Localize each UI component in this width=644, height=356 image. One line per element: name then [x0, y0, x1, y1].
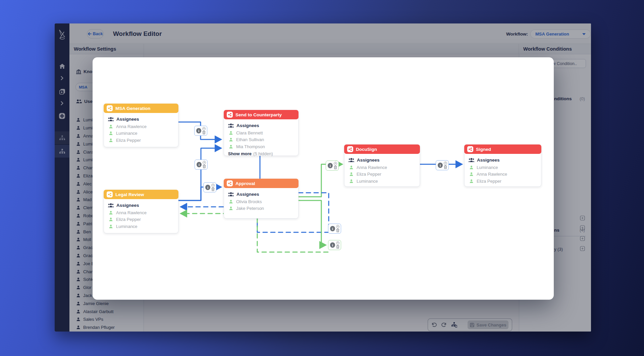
node-header[interactable]: DocuSign [344, 144, 420, 154]
node-signed[interactable]: SignedAssigneesLuminanceAnna RawlenceEli… [464, 144, 541, 187]
person-icon [469, 172, 474, 176]
assignee-row: Luminance [469, 164, 537, 171]
connection-add-button[interactable]: + [444, 162, 447, 165]
person-icon [349, 179, 354, 183]
assignee-row: Luminance [348, 178, 416, 185]
assignee-name: Eliza Pepper [116, 217, 141, 222]
assignee-name: Anna Rawlence [116, 210, 147, 215]
node-title: Legal Review [115, 192, 144, 197]
connection-add-button[interactable]: + [336, 241, 339, 245]
node-header[interactable]: Approval [224, 179, 299, 188]
person-icon [109, 138, 113, 142]
connection-controls: i+ [326, 161, 339, 171]
connection-add-button[interactable]: + [202, 127, 206, 130]
edge-legal-review-to-send-to-counterparty[interactable] [178, 148, 221, 200]
node-title: Signed [476, 147, 491, 152]
assignees-group-icon [108, 117, 114, 121]
connection-add-button[interactable]: + [334, 162, 337, 165]
connection-info-button[interactable]: i [438, 163, 443, 168]
connection-delete-button[interactable] [444, 165, 447, 169]
connection-delete-button[interactable] [336, 229, 339, 232]
show-more[interactable]: Show more(5 hidden) [228, 150, 294, 158]
connection-add-button[interactable]: + [336, 225, 339, 228]
assignees-header: Assignees [228, 122, 294, 129]
connection-controls: i+ [195, 160, 208, 170]
assignee-name: Mia Thompson [236, 144, 265, 149]
assignees-group-icon [348, 158, 354, 162]
connection-info-button[interactable]: i [196, 128, 201, 133]
assignee-row: Anna Rawlence [348, 164, 416, 171]
assignee-row: Luminance [108, 130, 174, 137]
person-icon [469, 165, 474, 170]
person-icon [349, 165, 354, 170]
node-type-chip [347, 146, 353, 152]
connection-info-button[interactable]: i [197, 162, 202, 167]
node-type-chip [227, 112, 233, 118]
connection-delete-button[interactable] [202, 131, 206, 134]
assignee-row: Anna Rawlence [469, 171, 537, 178]
node-title: DocuSign [356, 147, 377, 152]
workflow-canvas-modal: MSA GenerationAssigneesAnna RawlenceLumi… [93, 57, 554, 300]
node-docusign[interactable]: DocuSignAssigneesAnna RawlenceEliza Pepp… [344, 144, 420, 187]
delete-connection-icon [203, 165, 206, 168]
assignee-name: Jake Peterson [236, 206, 264, 211]
assignees-group-icon [108, 203, 114, 207]
connection-info-button[interactable]: i [330, 242, 335, 248]
node-type-chip [227, 180, 233, 186]
node-title: Send to Counterparty [235, 112, 282, 117]
connection-controls: i+ [328, 224, 341, 234]
person-icon [229, 131, 233, 135]
connection-controls: i+ [203, 182, 216, 192]
connection-delete-button[interactable] [203, 165, 206, 168]
node-header[interactable]: Send to Counterparty [224, 110, 299, 119]
workflow-step-icon [108, 106, 112, 110]
node-send-to-counterparty[interactable]: Send to CounterpartyAssigneesClara Benne… [224, 110, 299, 156]
assignee-row: Jake Peterson [228, 205, 294, 212]
node-body: AssigneesAnna RawlenceLuminanceEliza Pep… [104, 113, 178, 145]
assignee-row: Olivia Brooks [228, 198, 294, 205]
assignee-row: Ethan Sullivan [228, 136, 294, 143]
node-msa-generation[interactable]: MSA GenerationAssigneesAnna RawlenceLumi… [104, 104, 178, 147]
workflow-step-icon [108, 192, 112, 196]
assignee-row: Eliza Pepper [469, 178, 537, 185]
connection-delete-button[interactable] [211, 187, 215, 191]
connection-info-button[interactable]: i [330, 226, 335, 231]
connection-delete-button[interactable] [334, 166, 337, 169]
assignee-name: Luminance [357, 179, 378, 184]
node-type-chip [467, 146, 473, 152]
person-icon [109, 217, 113, 222]
delete-connection-icon [211, 187, 215, 191]
delete-connection-icon [336, 245, 339, 249]
connection-add-button[interactable]: + [203, 161, 206, 164]
delete-connection-icon [202, 131, 206, 134]
connection-add-button[interactable]: + [211, 184, 215, 187]
assignees-header: Assignees [108, 201, 174, 209]
assignee-name: Anna Rawlence [357, 165, 387, 170]
node-header[interactable]: Signed [464, 144, 541, 154]
edge-approval-to-legal-review[interactable] [181, 214, 328, 252]
assignees-group-icon [228, 123, 234, 128]
connection-delete-button[interactable] [336, 245, 339, 249]
node-body: AssigneesAnna RawlenceEliza PepperLumina… [344, 154, 420, 186]
assignees-header: Assignees [469, 156, 537, 164]
delete-connection-icon [444, 165, 447, 169]
assignee-name: Clara Bennett [236, 130, 263, 135]
assignees-header: Assignees [108, 115, 174, 123]
assignee-row: Luminance [108, 223, 174, 230]
node-header[interactable]: MSA Generation [104, 104, 178, 113]
connection-info-button[interactable]: i [328, 163, 333, 168]
assignee-name: Luminance [116, 131, 138, 136]
edge-approval-to-legal-review[interactable] [299, 200, 325, 245]
assignee-name: Luminance [477, 165, 498, 170]
workflow-step-icon [468, 147, 472, 151]
node-approval[interactable]: ApprovalAssigneesOlivia BrooksJake Peter… [224, 179, 299, 219]
node-legal-review[interactable]: Legal ReviewAssigneesAnna RawlenceEliza … [104, 190, 178, 233]
workflow-step-icon [348, 147, 352, 151]
assignee-name: Eliza Pepper [477, 179, 501, 184]
assignee-name: Anna Rawlence [116, 124, 147, 129]
connection-info-button[interactable]: i [205, 185, 210, 190]
node-header[interactable]: Legal Review [104, 190, 178, 199]
person-icon [469, 179, 474, 183]
assignee-name: Eliza Pepper [357, 172, 381, 177]
person-icon [229, 199, 233, 204]
